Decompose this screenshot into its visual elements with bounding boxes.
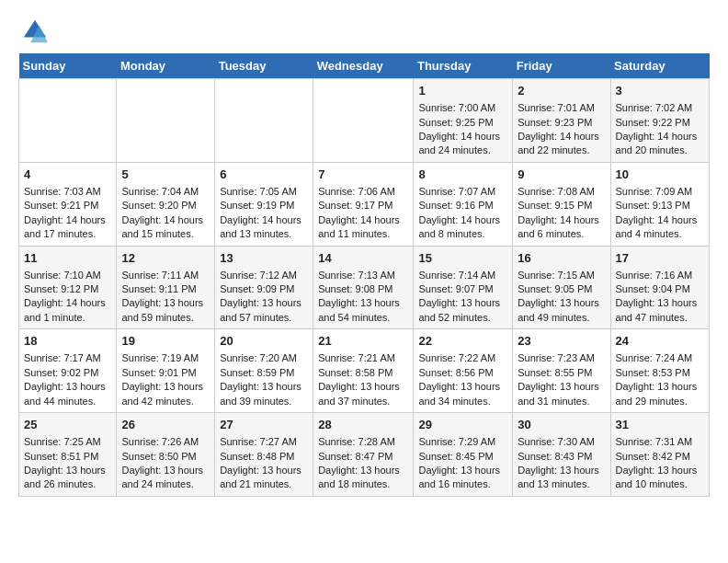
page-header — [18, 18, 710, 44]
day-content: Sunrise: 7:21 AM Sunset: 8:58 PM Dayligh… — [318, 351, 408, 408]
day-number: 28 — [318, 417, 408, 433]
calendar-cell: 16Sunrise: 7:15 AM Sunset: 9:05 PM Dayli… — [513, 246, 610, 329]
day-number: 30 — [518, 417, 605, 433]
day-content: Sunrise: 7:29 AM Sunset: 8:45 PM Dayligh… — [418, 435, 507, 492]
day-number: 10 — [616, 167, 704, 183]
weekday-header: Saturday — [610, 53, 709, 79]
day-content: Sunrise: 7:17 AM Sunset: 9:02 PM Dayligh… — [24, 351, 111, 408]
calendar-cell: 19Sunrise: 7:19 AM Sunset: 9:01 PM Dayli… — [117, 329, 215, 413]
day-content: Sunrise: 7:27 AM Sunset: 8:48 PM Dayligh… — [220, 435, 308, 492]
day-content: Sunrise: 7:09 AM Sunset: 9:13 PM Dayligh… — [616, 185, 704, 242]
calendar-cell: 8Sunrise: 7:07 AM Sunset: 9:16 PM Daylig… — [414, 162, 513, 246]
weekday-header: Monday — [117, 53, 215, 79]
day-content: Sunrise: 7:05 AM Sunset: 9:19 PM Dayligh… — [220, 185, 308, 242]
day-content: Sunrise: 7:15 AM Sunset: 9:05 PM Dayligh… — [518, 269, 605, 326]
day-content: Sunrise: 7:01 AM Sunset: 9:23 PM Dayligh… — [518, 101, 605, 158]
calendar-cell: 23Sunrise: 7:23 AM Sunset: 8:55 PM Dayli… — [513, 329, 610, 413]
calendar-week-row: 18Sunrise: 7:17 AM Sunset: 9:02 PM Dayli… — [19, 329, 710, 413]
day-number: 13 — [220, 250, 308, 267]
calendar-table: SundayMondayTuesdayWednesdayThursdayFrid… — [18, 53, 710, 497]
logo-icon — [22, 18, 48, 44]
calendar-cell: 1Sunrise: 7:00 AM Sunset: 9:25 PM Daylig… — [414, 79, 513, 163]
day-content: Sunrise: 7:24 AM Sunset: 8:53 PM Dayligh… — [616, 351, 704, 408]
calendar-cell: 26Sunrise: 7:26 AM Sunset: 8:50 PM Dayli… — [117, 413, 215, 497]
day-number: 9 — [518, 167, 605, 183]
day-content: Sunrise: 7:16 AM Sunset: 9:04 PM Dayligh… — [616, 269, 704, 326]
calendar-cell: 10Sunrise: 7:09 AM Sunset: 9:13 PM Dayli… — [610, 162, 709, 246]
day-content: Sunrise: 7:28 AM Sunset: 8:47 PM Dayligh… — [318, 435, 408, 492]
weekday-header: Friday — [513, 53, 610, 79]
calendar-cell: 6Sunrise: 7:05 AM Sunset: 9:19 PM Daylig… — [215, 162, 313, 246]
calendar-week-row: 4Sunrise: 7:03 AM Sunset: 9:21 PM Daylig… — [19, 162, 710, 246]
day-content: Sunrise: 7:11 AM Sunset: 9:11 PM Dayligh… — [121, 269, 210, 326]
day-number: 22 — [418, 333, 507, 350]
calendar-cell: 31Sunrise: 7:31 AM Sunset: 8:42 PM Dayli… — [610, 413, 709, 497]
day-number: 4 — [24, 167, 111, 183]
day-content: Sunrise: 7:30 AM Sunset: 8:43 PM Dayligh… — [518, 435, 605, 492]
day-number: 26 — [121, 417, 210, 433]
day-number: 21 — [318, 333, 408, 350]
calendar-cell: 18Sunrise: 7:17 AM Sunset: 9:02 PM Dayli… — [19, 329, 117, 413]
day-number: 20 — [220, 333, 308, 350]
day-content: Sunrise: 7:31 AM Sunset: 8:42 PM Dayligh… — [616, 435, 704, 492]
day-number: 23 — [518, 333, 605, 350]
calendar-cell: 12Sunrise: 7:11 AM Sunset: 9:11 PM Dayli… — [117, 246, 215, 329]
calendar-cell: 5Sunrise: 7:04 AM Sunset: 9:20 PM Daylig… — [117, 162, 215, 246]
calendar-cell: 14Sunrise: 7:13 AM Sunset: 9:08 PM Dayli… — [313, 246, 414, 329]
weekday-header: Thursday — [414, 53, 513, 79]
day-content: Sunrise: 7:26 AM Sunset: 8:50 PM Dayligh… — [121, 435, 210, 492]
day-number: 7 — [318, 167, 408, 183]
calendar-cell: 15Sunrise: 7:14 AM Sunset: 9:07 PM Dayli… — [414, 246, 513, 329]
weekday-header-row: SundayMondayTuesdayWednesdayThursdayFrid… — [19, 53, 710, 79]
day-number: 18 — [24, 333, 111, 350]
day-number: 25 — [24, 417, 111, 433]
calendar-week-row: 11Sunrise: 7:10 AM Sunset: 9:12 PM Dayli… — [19, 246, 710, 329]
calendar-cell: 2Sunrise: 7:01 AM Sunset: 9:23 PM Daylig… — [513, 79, 610, 163]
day-content: Sunrise: 7:12 AM Sunset: 9:09 PM Dayligh… — [220, 269, 308, 326]
day-number: 31 — [616, 417, 704, 433]
calendar-week-row: 1Sunrise: 7:00 AM Sunset: 9:25 PM Daylig… — [19, 79, 710, 163]
day-content: Sunrise: 7:03 AM Sunset: 9:21 PM Dayligh… — [24, 185, 111, 242]
day-content: Sunrise: 7:08 AM Sunset: 9:15 PM Dayligh… — [518, 185, 605, 242]
day-content: Sunrise: 7:22 AM Sunset: 8:56 PM Dayligh… — [418, 351, 507, 408]
day-content: Sunrise: 7:23 AM Sunset: 8:55 PM Dayligh… — [518, 351, 605, 408]
calendar-cell: 11Sunrise: 7:10 AM Sunset: 9:12 PM Dayli… — [19, 246, 117, 329]
calendar-cell — [215, 79, 313, 163]
calendar-cell: 22Sunrise: 7:22 AM Sunset: 8:56 PM Dayli… — [414, 329, 513, 413]
calendar-cell: 27Sunrise: 7:27 AM Sunset: 8:48 PM Dayli… — [215, 413, 313, 497]
calendar-cell — [117, 79, 215, 163]
calendar-week-row: 25Sunrise: 7:25 AM Sunset: 8:51 PM Dayli… — [19, 413, 710, 497]
calendar-cell: 9Sunrise: 7:08 AM Sunset: 9:15 PM Daylig… — [513, 162, 610, 246]
day-content: Sunrise: 7:02 AM Sunset: 9:22 PM Dayligh… — [616, 101, 704, 158]
calendar-cell: 13Sunrise: 7:12 AM Sunset: 9:09 PM Dayli… — [215, 246, 313, 329]
calendar-cell: 17Sunrise: 7:16 AM Sunset: 9:04 PM Dayli… — [610, 246, 709, 329]
calendar-cell: 28Sunrise: 7:28 AM Sunset: 8:47 PM Dayli… — [313, 413, 414, 497]
day-number: 27 — [220, 417, 308, 433]
day-number: 8 — [418, 167, 507, 183]
day-number: 17 — [616, 250, 704, 267]
day-content: Sunrise: 7:13 AM Sunset: 9:08 PM Dayligh… — [318, 269, 408, 326]
day-number: 6 — [220, 167, 308, 183]
day-number: 16 — [518, 250, 605, 267]
calendar-cell — [313, 79, 414, 163]
day-number: 3 — [616, 83, 704, 99]
day-content: Sunrise: 7:19 AM Sunset: 9:01 PM Dayligh… — [121, 351, 210, 408]
calendar-cell — [19, 79, 117, 163]
weekday-header: Sunday — [19, 53, 117, 79]
day-number: 11 — [24, 250, 111, 267]
calendar-cell: 3Sunrise: 7:02 AM Sunset: 9:22 PM Daylig… — [610, 79, 709, 163]
day-content: Sunrise: 7:14 AM Sunset: 9:07 PM Dayligh… — [418, 269, 507, 326]
day-content: Sunrise: 7:00 AM Sunset: 9:25 PM Dayligh… — [418, 101, 507, 158]
day-content: Sunrise: 7:25 AM Sunset: 8:51 PM Dayligh… — [24, 435, 111, 492]
calendar-cell: 21Sunrise: 7:21 AM Sunset: 8:58 PM Dayli… — [313, 329, 414, 413]
day-number: 24 — [616, 333, 704, 350]
calendar-cell: 25Sunrise: 7:25 AM Sunset: 8:51 PM Dayli… — [19, 413, 117, 497]
day-number: 15 — [418, 250, 507, 267]
day-number: 14 — [318, 250, 408, 267]
weekday-header: Wednesday — [313, 53, 414, 79]
calendar-cell: 30Sunrise: 7:30 AM Sunset: 8:43 PM Dayli… — [513, 413, 610, 497]
day-number: 29 — [418, 417, 507, 433]
day-number: 2 — [518, 83, 605, 99]
day-number: 1 — [418, 83, 507, 99]
day-number: 19 — [121, 333, 210, 350]
